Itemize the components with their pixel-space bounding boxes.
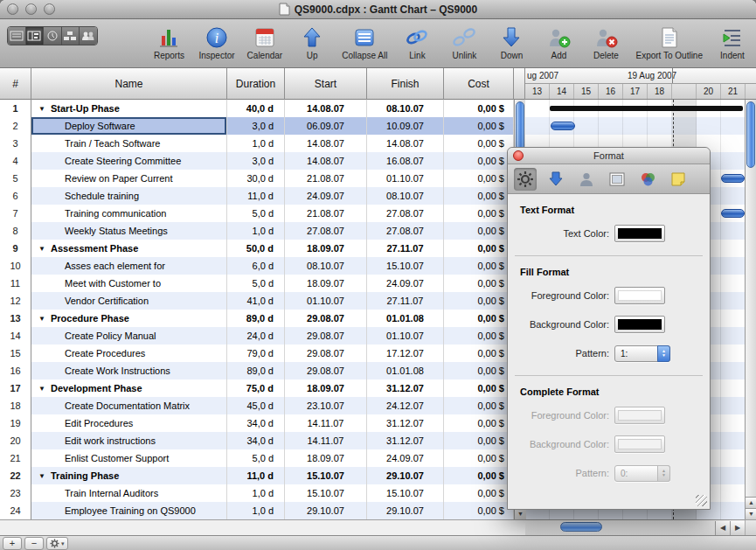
task-name-cell[interactable]: Create Steering Committee <box>31 152 227 170</box>
table-row[interactable]: 1▼Start-Up Phase40,0 d14.08.0708.10.070,… <box>0 100 514 117</box>
task-finish-cell[interactable]: 15.10.07 <box>367 484 444 502</box>
task-cost-cell[interactable]: 0,00 $ <box>444 222 514 240</box>
task-name-cell[interactable]: Vendor Certification <box>31 292 227 310</box>
task-duration-cell[interactable]: 50,0 d <box>227 240 285 257</box>
task-duration-cell[interactable]: 11,0 d <box>227 467 285 484</box>
task-start-cell[interactable]: 29.08.07 <box>285 327 367 345</box>
task-finish-cell[interactable]: 16.08.07 <box>367 152 444 170</box>
task-duration-cell[interactable]: 1,0 d <box>227 502 285 519</box>
fill-pattern-popup[interactable]: 1:▲▼ <box>614 345 670 362</box>
column-header-start[interactable]: Start <box>285 68 367 100</box>
task-duration-cell[interactable]: 24,0 d <box>227 327 285 345</box>
task-start-cell[interactable]: 18.09.07 <box>285 449 367 467</box>
column-header-duration[interactable]: Duration <box>227 68 285 100</box>
task-duration-cell[interactable]: 45,0 d <box>227 397 285 414</box>
table-row[interactable]: 21Enlist Customer Support5,0 d18.09.0724… <box>0 449 514 467</box>
export-to-outline-button[interactable]: Export To Outline <box>635 22 703 60</box>
task-duration-cell[interactable]: 1,0 d <box>227 222 285 240</box>
task-cost-cell[interactable]: 0,00 $ <box>444 310 514 327</box>
indent-button[interactable]: Indent <box>715 22 750 60</box>
collapse-all-button[interactable]: Collapse All <box>342 22 387 60</box>
task-finish-cell[interactable]: 01.01.08 <box>367 310 444 327</box>
task-duration-cell[interactable]: 6,0 d <box>227 257 285 275</box>
task-start-cell[interactable]: 14.08.07 <box>285 100 367 117</box>
task-name-cell[interactable]: Training communication <box>31 205 227 222</box>
column-header-cost[interactable]: Cost <box>444 68 514 100</box>
task-cost-cell[interactable]: 0,00 $ <box>444 275 514 292</box>
task-start-cell[interactable]: 18.09.07 <box>285 275 367 292</box>
action-menu-button[interactable]: ▾ <box>46 537 68 550</box>
task-name-cell[interactable]: ▼Training Phase <box>31 467 227 484</box>
task-name-cell[interactable]: ▼Development Phase <box>31 379 227 397</box>
task-cost-cell[interactable]: 0,00 $ <box>444 292 514 310</box>
task-duration-cell[interactable]: 30,0 d <box>227 170 285 187</box>
inspector-button[interactable]: i Inspector <box>198 22 234 60</box>
disclosure-triangle-icon[interactable]: ▼ <box>38 105 51 113</box>
task-finish-cell[interactable]: 08.10.07 <box>367 187 444 205</box>
disclosure-triangle-icon[interactable]: ▼ <box>38 472 51 480</box>
disclosure-triangle-icon[interactable]: ▼ <box>38 385 51 393</box>
task-start-cell[interactable]: 14.11.07 <box>285 414 367 432</box>
column-header-name[interactable]: Name <box>31 68 227 100</box>
task-cost-cell[interactable]: 0,00 $ <box>444 327 514 345</box>
table-row[interactable]: 10Asses each element for6,0 d08.10.0715.… <box>0 257 514 275</box>
task-duration-cell[interactable]: 3,0 d <box>227 152 285 170</box>
task-duration-cell[interactable]: 41,0 d <box>227 292 285 310</box>
link-button[interactable]: Link <box>399 22 434 60</box>
task-name-cell[interactable]: Review on Paper Current <box>31 170 227 187</box>
task-start-cell[interactable]: 18.09.07 <box>285 240 367 257</box>
task-cost-cell[interactable]: 0,00 $ <box>444 414 514 432</box>
task-finish-cell[interactable]: 27.11.07 <box>367 292 444 310</box>
task-cost-cell[interactable]: 0,00 $ <box>444 240 514 257</box>
task-cost-cell[interactable]: 0,00 $ <box>444 379 514 397</box>
table-row[interactable]: 6Schedule training11,0 d24.09.0708.10.07… <box>0 187 514 205</box>
table-row[interactable]: 14Create Policy Manual24,0 d29.08.0701.1… <box>0 327 514 345</box>
task-cost-cell[interactable]: 0,00 $ <box>444 397 514 414</box>
table-row[interactable]: 18Create Documentation Matrix45,0 d23.10… <box>0 397 514 414</box>
task-name-cell[interactable]: Asses each element for <box>31 257 227 275</box>
add-task-button[interactable]: + <box>3 537 22 550</box>
task-start-cell[interactable]: 29.08.07 <box>285 310 367 327</box>
task-start-cell[interactable]: 15.10.07 <box>285 467 367 484</box>
title-bar[interactable]: QS9000.cdpx : Gantt Chart – QS9000 <box>0 0 756 19</box>
calendar-button[interactable]: Calendar <box>247 22 283 60</box>
table-row[interactable]: 17▼Development Phase75,0 d18.09.0731.12.… <box>0 379 514 397</box>
task-finish-cell[interactable]: 08.10.07 <box>367 100 444 117</box>
task-start-cell[interactable]: 14.08.07 <box>285 135 367 152</box>
task-finish-cell[interactable]: 27.11.07 <box>367 240 444 257</box>
column-header-finish[interactable]: Finish <box>367 68 444 100</box>
table-row[interactable]: 23Train Internal Auditors1,0 d15.10.0715… <box>0 484 514 502</box>
task-cost-cell[interactable]: 0,00 $ <box>444 502 514 519</box>
task-name-cell[interactable]: Train Internal Auditors <box>31 484 227 502</box>
task-start-cell[interactable]: 18.09.07 <box>285 379 367 397</box>
gantt-bar[interactable] <box>721 174 745 183</box>
task-start-cell[interactable]: 23.10.07 <box>285 397 367 414</box>
task-duration-cell[interactable]: 34,0 d <box>227 414 285 432</box>
task-duration-cell[interactable]: 89,0 d <box>227 362 285 379</box>
gantt-bar[interactable] <box>550 106 743 111</box>
disclosure-triangle-icon[interactable]: ▼ <box>38 315 51 323</box>
task-name-cell[interactable]: Create Work Instructions <box>31 362 227 379</box>
task-finish-cell[interactable]: 01.01.08 <box>367 362 444 379</box>
task-name-cell[interactable]: Meet with Customer to <box>31 275 227 292</box>
task-name-cell[interactable]: Employee Training on QS9000 <box>31 502 227 519</box>
resize-grip[interactable] <box>696 495 707 506</box>
task-name-cell[interactable]: Create Procedures <box>31 345 227 362</box>
task-finish-cell[interactable]: 10.09.07 <box>367 117 444 135</box>
task-cost-cell[interactable]: 0,00 $ <box>444 257 514 275</box>
task-name-cell[interactable]: Create Documentation Matrix <box>31 397 227 414</box>
frame-icon[interactable] <box>606 168 628 191</box>
table-row[interactable]: 15Create Procedures79,0 d29.08.0717.12.0… <box>0 345 514 362</box>
task-cost-cell[interactable]: 0,00 $ <box>444 467 514 484</box>
task-finish-cell[interactable]: 31.12.07 <box>367 432 444 449</box>
add-button[interactable]: Add <box>541 22 576 60</box>
scroll-down-button[interactable]: ▼ <box>746 508 756 519</box>
task-name-cell[interactable]: Edit work instructions <box>31 432 227 449</box>
task-cost-cell[interactable]: 0,00 $ <box>444 152 514 170</box>
task-finish-cell[interactable]: 29.10.07 <box>367 467 444 484</box>
task-name-cell[interactable]: Enlist Customer Support <box>31 449 227 467</box>
view-segment-resources[interactable] <box>80 27 97 45</box>
table-row[interactable]: 24Employee Training on QS90001,0 d29.10.… <box>0 502 514 519</box>
task-cost-cell[interactable]: 0,00 $ <box>444 484 514 502</box>
remove-task-button[interactable]: − <box>24 537 44 550</box>
